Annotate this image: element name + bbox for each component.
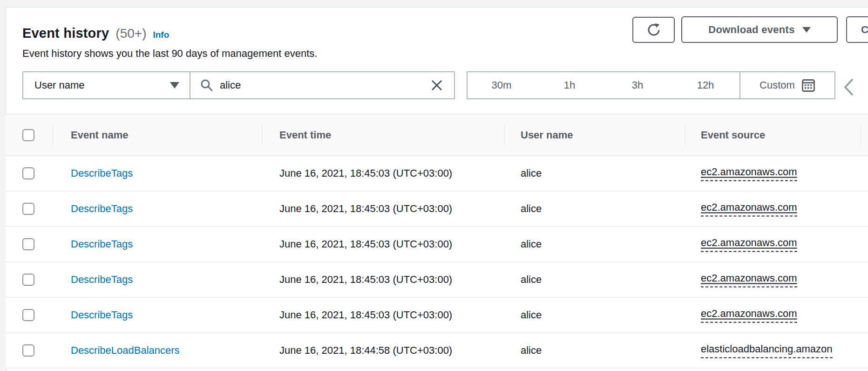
custom-range-label: Custom <box>760 79 795 91</box>
table-header: Event name Event time User name Event so… <box>6 115 868 155</box>
event-time-cell: June 16, 2021, 18:45:03 (UTC+03:00) <box>279 274 452 286</box>
event-time-cell: June 16, 2021, 18:45:03 (UTC+03:00) <box>279 238 452 250</box>
table-row: DescribeTags June 16, 2021, 18:45:03 (UT… <box>6 226 868 261</box>
table-body: DescribeTags June 16, 2021, 18:45:03 (UT… <box>6 155 868 369</box>
event-time-cell: June 16, 2021, 18:45:03 (UTC+03:00) <box>279 203 452 215</box>
column-header-event-source[interactable]: Event source <box>701 115 765 155</box>
event-name-link[interactable]: DescribeTags <box>71 203 133 215</box>
row-checkbox[interactable] <box>22 167 34 179</box>
column-header-event-time[interactable]: Event time <box>279 115 331 155</box>
column-divider <box>53 124 54 146</box>
table-row: DescribeTags June 16, 2021, 18:45:03 (UT… <box>6 191 868 226</box>
event-source-cell[interactable]: ec2.amazonaws.com <box>701 272 797 288</box>
page-title: Event history <box>22 26 109 41</box>
event-source-cell[interactable]: ec2.amazonaws.com <box>701 237 797 252</box>
page-subtitle: Event history shows you the last 90 days… <box>22 48 317 60</box>
row-checkbox[interactable] <box>22 344 34 357</box>
event-history-page: Event history (50+) Info Event history s… <box>0 0 868 371</box>
event-filter-control: User name <box>22 71 455 99</box>
download-events-button[interactable]: Download events <box>681 16 838 43</box>
caret-down-icon <box>802 27 811 33</box>
caret-down-icon <box>170 82 179 89</box>
time-range-3h[interactable]: 3h <box>604 72 671 98</box>
row-checkbox[interactable] <box>22 238 34 250</box>
info-link[interactable]: Info <box>153 30 169 40</box>
row-checkbox[interactable] <box>22 274 34 286</box>
user-name-cell: alice <box>521 344 542 357</box>
calendar-icon <box>801 78 815 92</box>
time-range-1h[interactable]: 1h <box>536 72 604 98</box>
event-name-link[interactable]: DescribeTags <box>71 309 133 321</box>
user-name-cell: alice <box>521 309 542 321</box>
event-time-cell: June 16, 2021, 18:45:03 (UTC+03:00) <box>279 309 452 321</box>
clipped-right-button[interactable]: C <box>846 16 868 43</box>
lookup-attribute-value: User name <box>34 79 85 91</box>
event-time-cell: June 16, 2021, 18:44:58 (UTC+03:00) <box>279 344 452 357</box>
table-row: DescribeTags June 16, 2021, 18:45:03 (UT… <box>6 155 868 191</box>
page-header: Event history (50+) Info <box>22 26 169 41</box>
refresh-icon <box>647 23 661 37</box>
column-divider <box>262 124 263 146</box>
result-count: (50+) <box>115 26 146 41</box>
lookup-attribute-select[interactable]: User name <box>23 72 190 98</box>
refresh-button[interactable] <box>632 17 675 43</box>
select-all-checkbox[interactable] <box>22 129 34 141</box>
event-source-cell[interactable]: ec2.amazonaws.com <box>701 308 797 323</box>
event-name-link[interactable]: DescribeTags <box>71 167 133 179</box>
table-row: DescribeTags June 16, 2021, 18:45:03 (UT… <box>6 261 868 297</box>
column-divider <box>861 124 861 146</box>
event-time-cell: June 16, 2021, 18:45:03 (UTC+03:00) <box>279 167 452 179</box>
event-name-link[interactable]: DescribeTags <box>71 274 133 286</box>
event-source-cell[interactable]: elasticloadbalancing.amazon <box>701 343 833 358</box>
time-range-12h[interactable]: 12h <box>671 72 739 98</box>
table-row: DescribeTags June 16, 2021, 18:45:03 (UT… <box>6 297 868 332</box>
search-icon <box>200 78 214 92</box>
column-header-user-name[interactable]: User name <box>521 115 573 155</box>
search-input[interactable] <box>220 79 423 91</box>
event-name-link[interactable]: DescribeTags <box>71 238 133 250</box>
search-area <box>190 72 454 98</box>
chevron-left-icon[interactable] <box>841 76 857 98</box>
event-source-cell[interactable]: ec2.amazonaws.com <box>701 166 797 181</box>
clipped-button-label: C <box>861 24 868 36</box>
user-name-cell: alice <box>521 238 542 250</box>
event-name-link[interactable]: DescribeLoadBalancers <box>71 344 180 357</box>
time-range-group: 30m 1h 3h 12h Custom <box>467 71 835 99</box>
custom-range-button[interactable]: Custom <box>739 72 834 98</box>
row-checkbox[interactable] <box>22 309 34 321</box>
user-name-cell: alice <box>521 167 542 179</box>
table-row: DescribeLoadBalancers June 16, 2021, 18:… <box>6 332 868 369</box>
column-divider <box>685 124 685 146</box>
column-divider <box>504 124 505 146</box>
time-range-30m[interactable]: 30m <box>468 72 536 98</box>
column-header-event-name[interactable]: Event name <box>71 115 129 155</box>
download-events-label: Download events <box>708 24 794 36</box>
user-name-cell: alice <box>521 203 542 215</box>
clear-search-icon[interactable] <box>429 77 445 93</box>
event-source-cell[interactable]: ec2.amazonaws.com <box>701 201 797 217</box>
row-checkbox[interactable] <box>22 203 34 215</box>
user-name-cell: alice <box>521 274 542 286</box>
